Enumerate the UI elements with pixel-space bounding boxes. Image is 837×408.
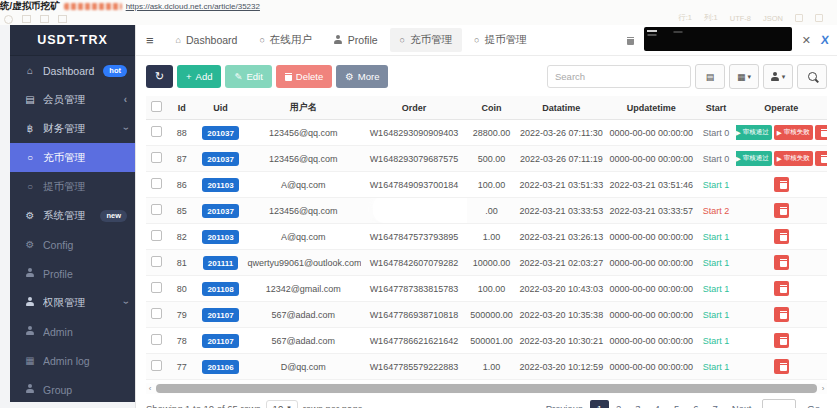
nav-tab-0[interactable]: ⌂Dashboard (166, 29, 248, 51)
uid-badge: 201103 (202, 178, 238, 192)
clear-cache-icon[interactable] (627, 31, 634, 49)
delete-row-button[interactable] (774, 359, 789, 374)
scroll-right-icon[interactable]: › (819, 383, 827, 394)
previous-page-button[interactable]: Previous (539, 400, 590, 408)
pagination: Previous 1234567 Next Go (539, 399, 827, 408)
fullscreen-icon[interactable]: ✕ (802, 34, 811, 47)
delete-row-button[interactable] (815, 151, 827, 166)
nav-tab-2[interactable]: Profile (324, 29, 388, 51)
go-button[interactable]: Go (800, 400, 827, 408)
sidebar-item-11[interactable]: Group (10, 375, 135, 402)
info-icon (4, 15, 13, 24)
export-button[interactable]: ▾ (763, 64, 793, 89)
cell-operate (736, 328, 827, 354)
rows-per-page-text: rows per page (303, 403, 363, 408)
row-checkbox[interactable] (151, 204, 162, 215)
menu-toggle-button[interactable]: ≡ (146, 33, 154, 48)
delete-button[interactable]: Delete (276, 65, 332, 88)
delete-row-button[interactable] (774, 203, 789, 218)
delete-row-button[interactable] (774, 177, 789, 192)
reject-button[interactable]: ▶审核失败 (774, 125, 813, 140)
delete-row-button[interactable] (815, 125, 827, 140)
edit-button[interactable]: ✎Edit (225, 65, 271, 88)
select-all-checkbox[interactable] (151, 101, 162, 112)
brand-x-icon[interactable]: X (820, 33, 829, 47)
editor-status-left (4, 14, 67, 24)
row-checkbox[interactable] (151, 126, 162, 137)
row-checkbox[interactable] (151, 256, 162, 267)
horizontal-scrollbar[interactable]: ‹ › (146, 383, 827, 394)
delete-row-button[interactable] (774, 307, 789, 322)
row-checkbox[interactable] (151, 230, 162, 241)
cell-id: 77 (168, 354, 196, 380)
next-page-button[interactable]: Next (725, 400, 759, 408)
cell-user: 567@adad.com (245, 302, 361, 328)
article-link[interactable]: https://ask.dcloud.net.cn/article/35232 (126, 2, 260, 11)
nav-tab-4[interactable]: ○提币管理 (464, 28, 536, 52)
cell-order: W1647786621621642 (361, 328, 467, 354)
delete-row-button[interactable] (774, 255, 789, 270)
start-status: Start 0 (703, 128, 730, 138)
search-button[interactable] (797, 64, 827, 89)
more-button[interactable]: ⚙More (336, 65, 388, 88)
sidebar-item-4[interactable]: ○提币管理 (10, 172, 135, 201)
cell-select (146, 172, 168, 198)
row-checkbox[interactable] (151, 282, 162, 293)
delete-row-button[interactable] (774, 229, 789, 244)
page-size-select[interactable]: 10▾ (266, 400, 298, 408)
sidebar-item-10[interactable]: ▦Admin log (10, 346, 135, 375)
gears-icon: ⚙ (23, 210, 37, 221)
columns-button[interactable]: ▦▾ (729, 64, 759, 89)
page-button-3[interactable]: 3 (628, 400, 647, 408)
page-button-4[interactable]: 4 (648, 400, 667, 408)
refresh-button[interactable]: ↻ (146, 65, 173, 88)
cell-coin: 500.00 (467, 146, 517, 172)
cell-uid: 201103 (196, 172, 246, 198)
sidebar-item-0[interactable]: ⌂Dashboardhot (10, 56, 135, 85)
approve-button[interactable]: ▶审核通过 (736, 125, 772, 140)
page-button-1[interactable]: 1 (590, 400, 609, 408)
page-button-6[interactable]: 6 (686, 400, 705, 408)
nav-tab-3[interactable]: ○充币管理 (390, 28, 462, 52)
sidebar-item-2[interactable]: ฿财务管理‹ (10, 114, 135, 143)
row-checkbox[interactable] (151, 178, 162, 189)
cell-start: Start 1 (696, 172, 735, 198)
table-row: 8020110812342@gmail.comW1647787383815783… (146, 276, 827, 302)
approve-button[interactable]: ▶审核通过 (736, 151, 772, 166)
cell-operate (736, 172, 827, 198)
page-button-2[interactable]: 2 (609, 400, 628, 408)
row-checkbox[interactable] (151, 360, 162, 371)
sidebar-item-label: Group (43, 384, 127, 396)
row-checkbox[interactable] (151, 334, 162, 345)
sidebar-item-7[interactable]: Profile (10, 259, 135, 288)
scroll-left-icon[interactable]: ‹ (146, 383, 154, 394)
nav-tab-1[interactable]: ○在线用户 (249, 28, 321, 52)
cell-datatime: 2022-03-20 10:30:21 (516, 328, 606, 354)
row-checkbox[interactable] (151, 152, 162, 163)
cell-order: W1647787383815783 (361, 276, 467, 302)
goto-page-input[interactable] (762, 399, 796, 408)
column-header-5: Datatime (516, 96, 606, 120)
plus-icon: + (186, 71, 192, 82)
sidebar-item-6[interactable]: ⚙Config (10, 230, 135, 259)
row-checkbox[interactable] (151, 308, 162, 319)
page-button-7[interactable]: 7 (705, 400, 724, 408)
search-input[interactable] (547, 65, 691, 88)
start-status: Start 2 (703, 206, 730, 216)
scrollbar-thumb[interactable] (156, 384, 817, 393)
sidebar-item-9[interactable]: Admin (10, 317, 135, 346)
toggle-view-button[interactable]: ▤ (695, 64, 725, 89)
cell-select (146, 276, 168, 302)
table-row: 77201106D@qq.comW16477855792228831.00202… (146, 354, 827, 380)
sidebar-item-8[interactable]: 权限管理‹ (10, 288, 135, 317)
add-button[interactable]: +Add (177, 65, 221, 88)
sidebar-item-1[interactable]: ▤会员管理‹ (10, 85, 135, 114)
sidebar-item-5[interactable]: ⚙系统管理new (10, 201, 135, 230)
page-button-5[interactable]: 5 (667, 400, 686, 408)
sidebar-item-3[interactable]: ○充币管理 (10, 143, 135, 172)
trash-icon (821, 154, 824, 163)
delete-row-button[interactable] (774, 281, 789, 296)
cell-operate (736, 354, 827, 380)
reject-button[interactable]: ▶审核失败 (774, 151, 813, 166)
delete-row-button[interactable] (774, 333, 789, 348)
